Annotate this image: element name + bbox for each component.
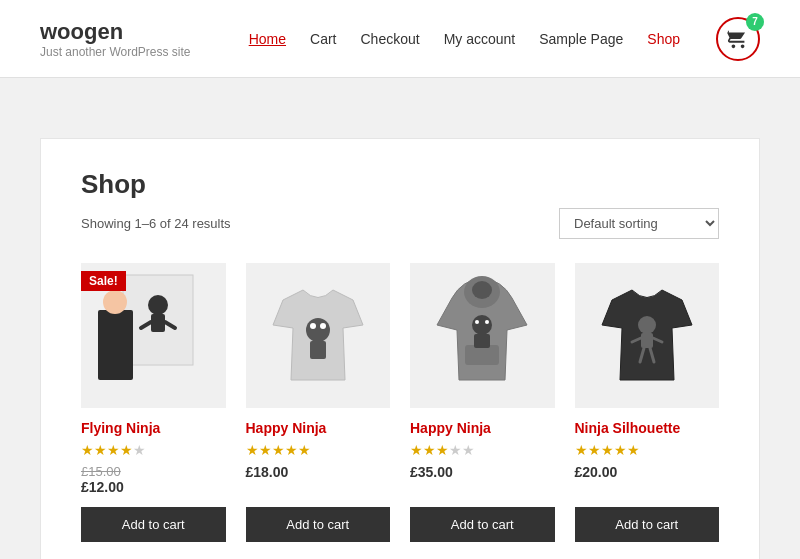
add-to-cart-2[interactable]: Add to cart (246, 507, 391, 542)
product-image-3[interactable] (410, 263, 555, 408)
product-card-2: Happy Ninja ★ ★ ★ ★ ★ £18.00 Add to cart (246, 263, 391, 542)
svg-point-10 (320, 323, 326, 329)
logo-title: woogen (40, 19, 191, 45)
product-image-2[interactable] (246, 263, 391, 408)
product-stars-3: ★ ★ ★ ★ ★ (410, 442, 555, 458)
svg-point-9 (310, 323, 316, 329)
product-image-svg-3 (427, 270, 537, 400)
product-card-3: Happy Ninja ★ ★ ★ ★ ★ £35.00 Add to cart (410, 263, 555, 542)
sale-badge-1: Sale! (81, 271, 126, 291)
svg-rect-4 (151, 314, 165, 332)
svg-point-3 (148, 295, 168, 315)
main-nav: Home Cart Checkout My account Sample Pag… (249, 17, 760, 61)
nav-home[interactable]: Home (249, 31, 286, 47)
price-area-1: £15.00 £12.00 (81, 464, 226, 495)
product-stars-1: ★ ★ ★ ★ ★ (81, 442, 226, 458)
price-only-4: £20.00 (575, 464, 720, 480)
page-content: Shop Showing 1–6 of 24 results Default s… (20, 98, 780, 559)
nav-my-account[interactable]: My account (444, 31, 516, 47)
logo-area: woogen Just another WordPress site (40, 19, 191, 59)
shop-meta: Showing 1–6 of 24 results Default sortin… (81, 208, 719, 239)
shop-title: Shop (81, 169, 719, 200)
add-to-cart-1[interactable]: Add to cart (81, 507, 226, 542)
price-current-1: £12.00 (81, 479, 226, 495)
cart-icon (727, 28, 749, 50)
product-name-3[interactable]: Happy Ninja (410, 420, 555, 436)
price-only-2: £18.00 (246, 464, 391, 480)
svg-point-16 (485, 320, 489, 324)
price-area-3: £35.00 (410, 464, 555, 480)
logo-subtitle: Just another WordPress site (40, 45, 191, 59)
product-image-svg-4 (592, 270, 702, 400)
svg-point-14 (472, 315, 492, 335)
svg-rect-19 (641, 333, 653, 348)
product-card-4: Ninja Silhouette ★ ★ ★ ★ ★ £20.00 Add to… (575, 263, 720, 542)
price-area-4: £20.00 (575, 464, 720, 480)
product-stars-4: ★ ★ ★ ★ ★ (575, 442, 720, 458)
product-card-1: Sale! (81, 263, 226, 542)
product-stars-2: ★ ★ ★ ★ ★ (246, 442, 391, 458)
svg-point-12 (472, 281, 492, 299)
svg-rect-8 (310, 341, 326, 359)
product-name-1[interactable]: Flying Ninja (81, 420, 226, 436)
cart-badge: 7 (746, 13, 764, 31)
results-count: Showing 1–6 of 24 results (81, 216, 231, 231)
svg-rect-17 (474, 334, 490, 348)
shop-container: Shop Showing 1–6 of 24 results Default s… (40, 138, 760, 559)
svg-point-15 (475, 320, 479, 324)
svg-rect-1 (98, 310, 133, 380)
product-name-4[interactable]: Ninja Silhouette (575, 420, 720, 436)
product-image-4[interactable] (575, 263, 720, 408)
svg-point-2 (103, 290, 127, 314)
header: woogen Just another WordPress site Home … (0, 0, 800, 78)
nav-checkout[interactable]: Checkout (360, 31, 419, 47)
svg-point-7 (306, 318, 330, 342)
product-name-2[interactable]: Happy Ninja (246, 420, 391, 436)
product-image-svg-2 (263, 270, 373, 400)
cart-button[interactable]: 7 (716, 17, 760, 61)
price-only-3: £35.00 (410, 464, 555, 480)
sort-select[interactable]: Default sorting Sort by popularity Sort … (559, 208, 719, 239)
nav-cart[interactable]: Cart (310, 31, 336, 47)
add-to-cart-4[interactable]: Add to cart (575, 507, 720, 542)
nav-shop[interactable]: Shop (647, 31, 680, 47)
add-to-cart-3[interactable]: Add to cart (410, 507, 555, 542)
svg-point-18 (638, 316, 656, 334)
product-grid: Sale! (81, 263, 719, 542)
price-area-2: £18.00 (246, 464, 391, 480)
nav-sample-page[interactable]: Sample Page (539, 31, 623, 47)
price-old-1: £15.00 (81, 464, 226, 479)
product-image-1[interactable]: Sale! (81, 263, 226, 408)
